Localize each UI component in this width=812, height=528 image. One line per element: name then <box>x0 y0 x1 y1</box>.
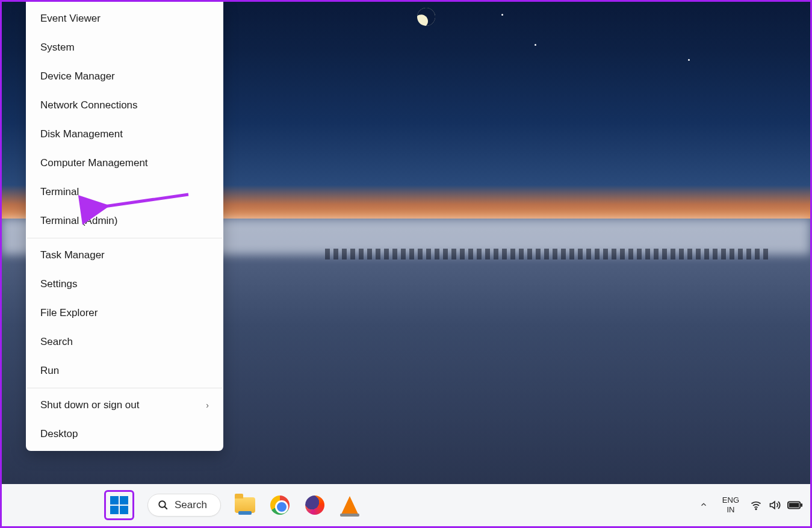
chrome-icon <box>270 495 290 515</box>
menu-label: Terminal <box>40 186 79 198</box>
menu-network-connections[interactable]: Network Connections <box>26 91 223 120</box>
speaker-icon <box>768 499 781 511</box>
menu-shutdown-signout[interactable]: Shut down or sign out › <box>26 391 223 420</box>
menu-file-explorer[interactable]: File Explorer <box>26 299 223 328</box>
search-icon <box>158 500 169 511</box>
menu-label: Event Viewer <box>40 13 101 25</box>
vlc-icon <box>341 496 358 514</box>
moon-graphic <box>415 5 438 28</box>
menu-label: Desktop <box>40 428 78 440</box>
system-tray[interactable] <box>750 499 803 511</box>
menu-settings[interactable]: Settings <box>26 270 223 299</box>
menu-label: Task Manager <box>40 249 105 261</box>
taskbar-vlc[interactable] <box>339 494 361 516</box>
treeline-graphic <box>325 249 770 259</box>
menu-label: Network Connections <box>40 99 138 111</box>
menu-device-manager[interactable]: Device Manager <box>26 62 223 91</box>
star-graphic <box>535 44 536 46</box>
menu-separator <box>27 388 222 388</box>
menu-label: Device Manager <box>40 70 115 82</box>
menu-label: File Explorer <box>40 307 98 319</box>
svg-point-1 <box>159 501 166 508</box>
menu-label: Search <box>40 336 73 348</box>
menu-terminal[interactable]: Terminal <box>26 178 223 207</box>
menu-run[interactable]: Run <box>26 356 223 385</box>
svg-marker-4 <box>770 502 775 509</box>
menu-terminal-admin[interactable]: Terminal (Admin) <box>26 207 223 235</box>
wifi-icon <box>750 499 762 511</box>
tray-overflow[interactable] <box>696 497 711 514</box>
taskbar-chrome[interactable] <box>269 494 291 516</box>
lang-line1: ENG <box>722 495 739 505</box>
svg-rect-7 <box>801 503 802 507</box>
menu-desktop[interactable]: Desktop <box>26 420 223 449</box>
menu-label: Terminal (Admin) <box>40 215 117 227</box>
menu-search[interactable]: Search <box>26 328 223 356</box>
taskbar-file-explorer[interactable] <box>234 494 256 516</box>
svg-line-2 <box>164 506 167 509</box>
menu-label: Computer Management <box>40 157 148 169</box>
menu-disk-management[interactable]: Disk Management <box>26 120 223 149</box>
windows-logo-icon <box>110 496 128 514</box>
menu-label: Shut down or sign out <box>40 399 139 411</box>
menu-label: System <box>40 42 75 54</box>
chevron-up-icon <box>699 500 708 509</box>
taskbar-search[interactable]: Search <box>147 494 221 517</box>
menu-computer-management[interactable]: Computer Management <box>26 149 223 178</box>
svg-rect-6 <box>789 503 799 507</box>
chevron-right-icon: › <box>206 400 209 410</box>
start-button[interactable] <box>104 490 134 520</box>
lang-line2: IN <box>722 505 739 515</box>
menu-system[interactable]: System <box>26 33 223 62</box>
svg-point-3 <box>755 509 757 510</box>
start-context-menu: Event Viewer System Device Manager Netwo… <box>26 2 223 451</box>
star-graphic <box>501 14 503 16</box>
menu-label: Disk Management <box>40 128 123 140</box>
menu-event-viewer[interactable]: Event Viewer <box>26 4 223 33</box>
language-indicator[interactable]: ENG IN <box>722 495 739 514</box>
firefox-icon <box>305 495 324 515</box>
taskbar: Search ENG IN <box>2 484 810 526</box>
menu-task-manager[interactable]: Task Manager <box>26 241 223 270</box>
menu-label: Run <box>40 365 59 377</box>
menu-label: Settings <box>40 278 77 290</box>
star-graphic <box>688 59 690 61</box>
battery-icon <box>787 500 803 511</box>
menu-separator <box>27 238 222 238</box>
taskbar-firefox[interactable] <box>304 494 326 516</box>
search-label: Search <box>175 499 207 511</box>
folder-icon <box>235 497 255 513</box>
